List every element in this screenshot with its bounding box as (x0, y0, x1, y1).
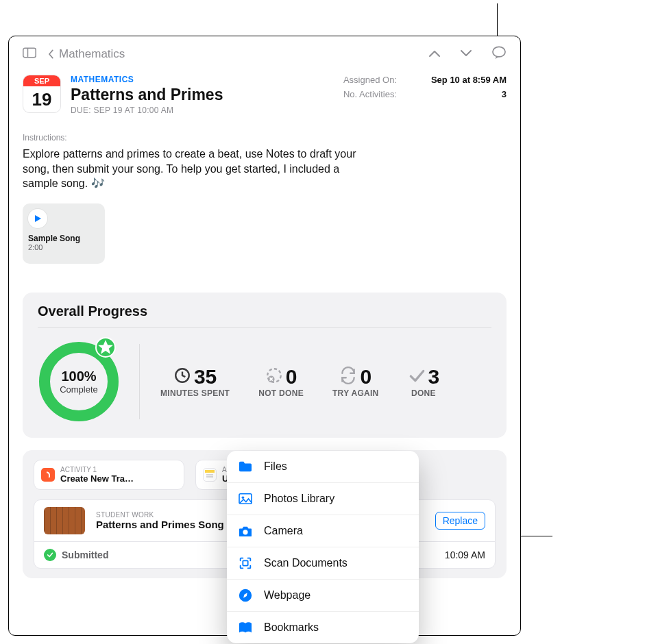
popover-item-webpage[interactable]: Webpage (227, 580, 419, 612)
subject-label: MATHEMATICS (71, 75, 343, 84)
popover-label: Camera (264, 525, 303, 537)
svg-rect-17 (243, 560, 247, 565)
instructions-label: Instructions: (23, 133, 507, 143)
attachment-duration: 2:00 (28, 243, 99, 251)
callout-line (497, 3, 498, 39)
assigned-label: Assigned On: (343, 75, 397, 85)
replace-button[interactable]: Replace (435, 512, 485, 530)
assignment-header: SEP 19 MATHEMATICS Patterns and Primes D… (23, 75, 507, 115)
activity-label: ACTIVITY 1 (60, 466, 134, 473)
popover-item-files[interactable]: Files (227, 451, 419, 483)
folder-icon (238, 459, 253, 474)
popover-item-photos[interactable]: Photos Library (227, 483, 419, 515)
popover-item-scan[interactable]: Scan Documents (227, 547, 419, 580)
stat-notdone: 0 NOT DONE (258, 365, 304, 398)
calendar-month: SEP (23, 75, 60, 86)
clock-icon (173, 367, 191, 387)
notdone-label: NOT DONE (258, 388, 304, 398)
scan-icon (238, 556, 253, 571)
svg-rect-11 (205, 470, 215, 473)
done-value: 3 (428, 365, 440, 388)
activity-item[interactable]: ACTIVITY 1 Create New Tra… (34, 460, 184, 490)
messages-icon[interactable] (491, 46, 507, 62)
popover-label: Webpage (264, 589, 310, 602)
compass-icon (238, 588, 253, 603)
next-button[interactable] (460, 48, 472, 60)
notes-icon (203, 468, 217, 482)
progress-ring: 100% Complete (38, 340, 120, 423)
navbar: Mathematics (23, 43, 507, 65)
progress-panel: Overall Progress 100% Complete (23, 293, 507, 438)
play-icon[interactable] (28, 209, 47, 228)
done-label: DONE (411, 388, 436, 398)
activities-count-label: No. Activities: (343, 89, 397, 99)
popover-label: Bookmarks (264, 621, 319, 634)
status-text: Submitted (62, 549, 108, 560)
stat-minutes: 35 MINUTES SPENT (160, 365, 230, 398)
stat-done: 3 DONE (408, 365, 440, 398)
page-title: Patterns and Primes (71, 86, 343, 104)
attachment-card[interactable]: Sample Song 2:00 (23, 203, 105, 264)
activity-title: Create New Tra… (60, 473, 134, 484)
svg-point-15 (242, 496, 245, 499)
svg-point-2 (493, 47, 505, 57)
progress-percent-label: Complete (60, 384, 98, 395)
popover-item-bookmarks[interactable]: Bookmarks (227, 612, 419, 643)
photo-icon (238, 491, 253, 506)
attach-popover: Files Photos Library Camera Scan Documen… (227, 451, 419, 643)
work-thumbnail (44, 507, 85, 534)
svg-rect-0 (23, 48, 36, 57)
prev-button[interactable] (428, 48, 441, 60)
minutes-value: 35 (194, 365, 217, 388)
svg-point-16 (243, 530, 247, 534)
minutes-label: MINUTES SPENT (160, 388, 230, 398)
stat-tryagain: 0 TRY AGAIN (332, 365, 379, 398)
calendar-badge: SEP 19 (23, 75, 61, 113)
status-time: 10:09 AM (445, 549, 485, 560)
attachment-title: Sample Song (28, 234, 99, 243)
tryagain-label: TRY AGAIN (332, 388, 379, 398)
notdone-icon (265, 367, 283, 387)
sidebar-toggle-icon[interactable] (23, 47, 36, 61)
assigned-value: Sep 10 at 8:59 AM (417, 75, 507, 85)
calendar-day: 19 (23, 86, 60, 112)
assignment-meta: Assigned On: Sep 10 at 8:59 AM No. Activ… (343, 75, 507, 103)
divider (139, 344, 140, 419)
back-label: Mathematics (59, 47, 125, 61)
popover-label: Photos Library (264, 493, 334, 505)
tryagain-value: 0 (360, 365, 371, 388)
popover-label: Files (264, 460, 287, 473)
back-button[interactable]: Mathematics (46, 47, 125, 61)
svg-marker-3 (35, 215, 41, 222)
camera-icon (238, 523, 253, 538)
instructions-text: Explore patterns and primes to create a … (23, 147, 365, 191)
activities-count-value: 3 (417, 89, 507, 99)
garageband-icon (41, 468, 55, 482)
popover-label: Scan Documents (264, 557, 348, 569)
checkmark-icon (44, 549, 56, 561)
popover-item-camera[interactable]: Camera (227, 515, 419, 547)
done-icon (408, 367, 426, 387)
book-icon (238, 620, 253, 635)
tryagain-icon (339, 367, 357, 387)
notdone-value: 0 (286, 365, 297, 388)
app-window: Mathematics SEP 19 MATHEMATICS Patterns … (8, 36, 521, 636)
due-label: DUE: SEP 19 AT 10:00 AM (71, 106, 343, 115)
progress-percent: 100% (61, 369, 96, 384)
